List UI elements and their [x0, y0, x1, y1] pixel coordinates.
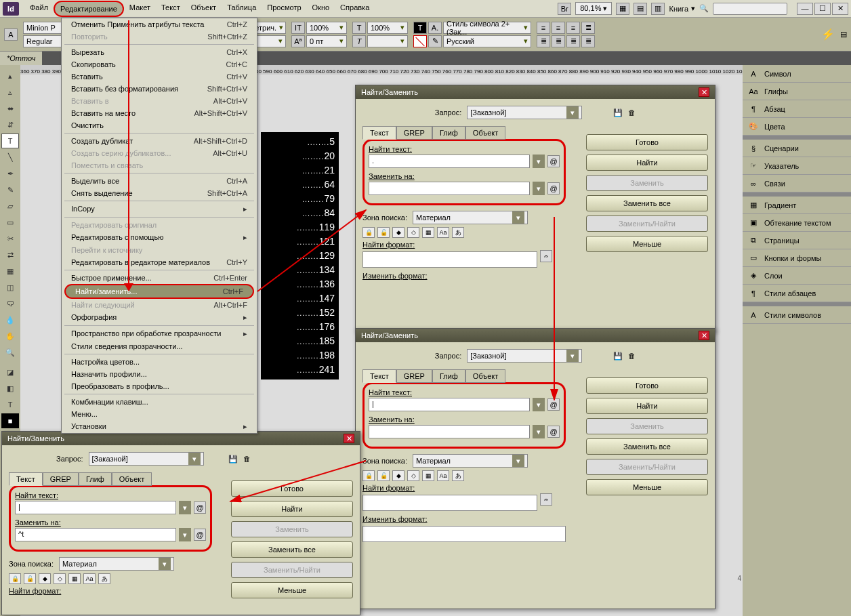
maximize-button[interactable]: ☐ — [814, 3, 831, 15]
save-query-icon[interactable]: 💾 — [613, 108, 623, 117]
gradient-feather-tool[interactable]: ◫ — [1, 280, 19, 295]
workspace-switcher[interactable]: Книга ▾ — [669, 4, 695, 13]
arrange-icon[interactable]: ▥ — [651, 3, 665, 15]
format-container-tool[interactable]: T — [1, 397, 19, 412]
replace-all-button[interactable]: Заменить все — [231, 541, 353, 558]
panel-Обтекание текстом[interactable]: ▣Обтекание текстом — [743, 214, 851, 232]
type-tool[interactable]: T — [1, 134, 19, 148]
save-query-icon[interactable]: 💾 — [613, 352, 623, 361]
char-style-a-icon[interactable]: A. — [428, 22, 442, 34]
menu-item[interactable]: Назначить профили... — [62, 368, 257, 380]
menu-item[interactable]: ВырезатьCtrl+X — [62, 46, 257, 58]
language-dropdown[interactable]: Русский▾ — [443, 35, 531, 47]
panel-Символ[interactable]: AСимвол — [743, 65, 851, 83]
menu-item[interactable]: Орфография▸ — [62, 311, 257, 324]
find-button[interactable]: Найти — [231, 501, 353, 517]
menu-Объект[interactable]: Объект — [186, 1, 222, 17]
close-icon[interactable]: ✕ — [699, 331, 709, 340]
find-button[interactable]: Найти — [586, 398, 708, 414]
panel-Градиент[interactable]: ▦Градиент — [743, 197, 851, 214]
chevron-down-icon[interactable]: ▾ — [533, 182, 545, 195]
delete-query-icon[interactable]: 🗑 — [628, 352, 636, 360]
stroke-icon[interactable] — [413, 35, 427, 47]
pencil-tool[interactable]: ✎ — [1, 182, 19, 197]
replace-find-button[interactable]: Заменить/Найти — [586, 215, 708, 232]
close-icon[interactable]: ✕ — [344, 434, 354, 443]
chevron-down-icon[interactable]: ▾ — [179, 501, 191, 514]
format-button[interactable]: 𝄐 — [540, 493, 552, 506]
fill-icon[interactable]: T — [413, 22, 427, 34]
query-combo[interactable]: [Заказной]▾ — [467, 349, 582, 363]
find-format-box[interactable] — [362, 251, 537, 268]
special-char-button[interactable]: @ — [547, 155, 560, 167]
special-char-button[interactable]: @ — [194, 501, 206, 514]
menu-item[interactable]: Преобразовать в профиль... — [62, 380, 257, 392]
panel-Кнопки и формы[interactable]: ▭Кнопки и формы — [743, 249, 851, 267]
replace-all-button[interactable]: Заменить все — [586, 438, 708, 455]
menu-item[interactable]: Пространство при обработке прозрачности▸ — [62, 327, 257, 340]
change-format-box[interactable] — [362, 526, 566, 542]
hand-tool[interactable]: ✋ — [1, 329, 19, 344]
align-right-icon[interactable]: ≡ — [566, 22, 580, 34]
view-icon[interactable]: ▤ — [634, 3, 647, 15]
view-mode-tool[interactable]: ■ — [1, 413, 19, 428]
less-button[interactable]: Меньше — [586, 479, 708, 495]
menu-Окно[interactable]: Окно — [307, 1, 335, 17]
scissors-tool[interactable]: ✂ — [1, 231, 19, 246]
panel-menu-icon[interactable]: ▤ — [840, 30, 847, 39]
menu-Просмотр[interactable]: Просмотр — [262, 1, 306, 17]
replace-button[interactable]: Заменить — [586, 175, 708, 191]
gap-tool[interactable]: ⇵ — [1, 117, 19, 132]
panel-Страницы[interactable]: ⧉Страницы — [743, 232, 851, 249]
menu-Редактирование[interactable]: Редактирование — [54, 1, 124, 17]
direct-selection-tool[interactable]: ▵ — [1, 85, 19, 100]
menu-item[interactable]: Меню... — [62, 408, 257, 420]
find-text-input[interactable]: | — [15, 501, 176, 514]
panel-Связи[interactable]: ∞Связи — [743, 175, 851, 192]
menu-Файл[interactable]: Файл — [24, 1, 54, 17]
tab-Текст[interactable]: Текст — [362, 369, 396, 383]
fill-stroke-tool[interactable]: ◪ — [1, 365, 19, 379]
tab-Объект[interactable]: Объект — [465, 126, 505, 140]
zone-combo[interactable]: Материал▾ — [413, 454, 528, 468]
minimize-button[interactable]: — — [797, 3, 813, 15]
justify-left-icon[interactable]: ≣ — [537, 35, 550, 47]
transform-tool[interactable]: ⇄ — [1, 247, 19, 262]
menu-item[interactable]: InCopy▸ — [62, 203, 257, 215]
menu-Текст[interactable]: Текст — [156, 1, 186, 17]
justify-all-icon[interactable]: ≣ — [581, 35, 595, 47]
bridge-icon[interactable]: Br — [558, 3, 571, 15]
format-button[interactable]: 𝄐 — [540, 250, 552, 262]
gradient-tool[interactable]: ▦ — [1, 264, 19, 279]
replace-text-input[interactable] — [369, 425, 530, 438]
menu-item[interactable]: Вставить без форматированияShift+Ctrl+V — [62, 83, 257, 95]
page-tool[interactable]: ⬌ — [1, 101, 19, 116]
align-left-icon[interactable]: ≡ — [537, 22, 550, 34]
special-char-button[interactable]: @ — [547, 426, 560, 438]
menu-item[interactable]: Создать дубликатAlt+Shift+Ctrl+D — [62, 135, 257, 147]
menu-item[interactable]: Выделить всеCtrl+A — [62, 175, 257, 187]
menu-item[interactable]: Комбинации клавиш... — [62, 396, 257, 408]
done-button[interactable]: Готово — [586, 377, 708, 394]
char-style-dropdown[interactable]: Стиль символа 2+ (Зак...▾ — [443, 22, 531, 34]
menu-item[interactable]: Снять выделениеShift+Ctrl+A — [62, 187, 257, 199]
replace-text-input[interactable]: ^t — [15, 528, 176, 541]
done-button[interactable]: Готово — [231, 480, 353, 497]
delete-query-icon[interactable]: 🗑 — [243, 455, 251, 463]
justify-icon[interactable]: ≣ — [581, 22, 595, 34]
align-center-icon[interactable]: ≡ — [552, 22, 565, 34]
replace-find-button[interactable]: Заменить/Найти — [586, 459, 708, 475]
menu-Таблица[interactable]: Таблица — [222, 1, 262, 17]
menu-item[interactable]: Отменить Применить атрибуты текстаCtrl+Z — [62, 18, 257, 30]
menu-item[interactable]: СкопироватьCtrl+C — [62, 58, 257, 70]
tab-Текст[interactable]: Текст — [362, 126, 396, 140]
zoom-level[interactable]: 80,1% ▾ — [575, 2, 612, 15]
tab-Текст[interactable]: Текст — [9, 472, 43, 486]
tab-Глиф[interactable]: Глиф — [432, 369, 465, 383]
baseline-dropdown[interactable]: 0 пт▾ — [306, 35, 347, 47]
menu-item[interactable]: ВставитьCtrl+V — [62, 70, 257, 83]
save-query-icon[interactable]: 💾 — [228, 455, 238, 464]
special-char-button[interactable]: @ — [194, 529, 206, 541]
less-button[interactable]: Меньше — [231, 582, 353, 598]
tab-GREP[interactable]: GREP — [396, 126, 432, 140]
